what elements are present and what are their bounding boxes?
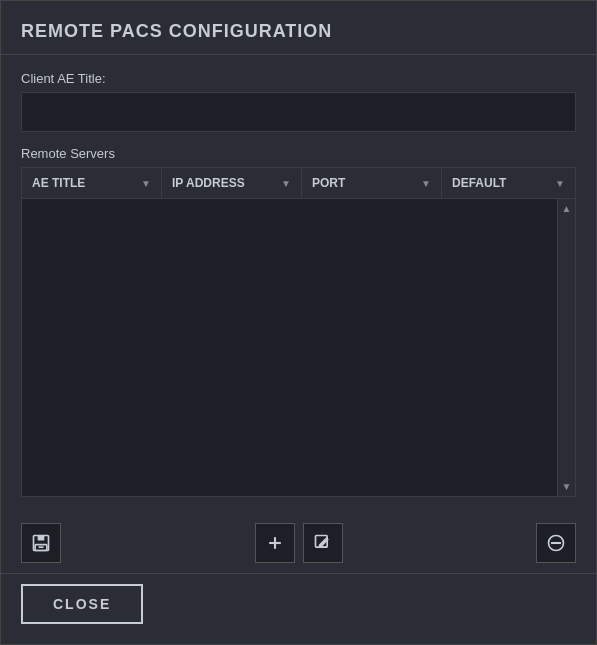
col-header-default[interactable]: DEFAULT ▼ — [442, 168, 575, 198]
client-ae-title-input[interactable] — [21, 92, 576, 132]
add-button[interactable] — [255, 523, 295, 563]
table-scroll-area: ▲ ▼ — [22, 199, 575, 496]
svg-rect-1 — [38, 536, 45, 541]
dialog-body: Client AE Title: Remote Servers AE TITLE… — [1, 55, 596, 513]
action-toolbar — [1, 513, 596, 573]
col-header-ae-title[interactable]: AE TITLE ▼ — [22, 168, 162, 198]
dialog-footer: CLOSE — [1, 573, 596, 644]
scrollbar: ▲ ▼ — [557, 199, 575, 496]
remote-servers-table: AE TITLE ▼ IP ADDRESS ▼ PORT ▼ DEFAULT ▼ — [21, 167, 576, 497]
cancel-button[interactable] — [536, 523, 576, 563]
table-header: AE TITLE ▼ IP ADDRESS ▼ PORT ▼ DEFAULT ▼ — [22, 168, 575, 199]
add-icon — [265, 533, 285, 553]
chevron-down-icon: ▼ — [555, 178, 565, 189]
save-button[interactable] — [21, 523, 61, 563]
col-header-ip-address[interactable]: IP ADDRESS ▼ — [162, 168, 302, 198]
remote-servers-label: Remote Servers — [21, 146, 576, 161]
client-ae-title-label: Client AE Title: — [21, 71, 576, 86]
col-ip-label: IP ADDRESS — [172, 176, 245, 190]
edit-icon — [313, 533, 333, 553]
scroll-down-icon[interactable]: ▼ — [558, 477, 575, 496]
chevron-down-icon: ▼ — [421, 178, 431, 189]
chevron-down-icon: ▼ — [141, 178, 151, 189]
edit-button[interactable] — [303, 523, 343, 563]
table-body[interactable] — [22, 199, 557, 496]
save-icon — [31, 533, 51, 553]
dialog-title: REMOTE PACS CONFIGURATION — [1, 1, 596, 55]
col-default-label: DEFAULT — [452, 176, 506, 190]
col-port-label: PORT — [312, 176, 345, 190]
close-button[interactable]: CLOSE — [21, 584, 143, 624]
col-header-port[interactable]: PORT ▼ — [302, 168, 442, 198]
remote-pacs-dialog: REMOTE PACS CONFIGURATION Client AE Titl… — [0, 0, 597, 645]
cancel-icon — [546, 533, 566, 553]
scroll-up-icon[interactable]: ▲ — [558, 199, 575, 218]
chevron-down-icon: ▼ — [281, 178, 291, 189]
col-ae-title-label: AE TITLE — [32, 176, 85, 190]
